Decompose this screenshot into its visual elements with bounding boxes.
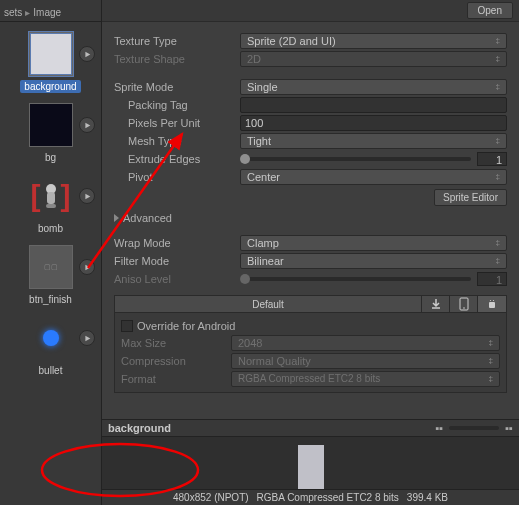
aniso-level-label: Aniso Level (114, 273, 240, 285)
filter-mode-dropdown[interactable]: Bilinear ‡ (240, 253, 507, 269)
open-button[interactable]: Open (467, 2, 513, 19)
svg-rect-4 (46, 204, 56, 208)
chevron-down-icon: ‡ (489, 338, 493, 347)
asset-thumbnail[interactable] (29, 103, 73, 147)
status-format: RGBA Compressed ETC2 8 bits (257, 492, 399, 503)
sprite-mode-label: Sprite Mode (114, 81, 240, 93)
asset-item-bullet[interactable]: bullet (0, 316, 101, 377)
chevron-down-icon: ‡ (496, 36, 500, 45)
pivot-dropdown[interactable]: Center ‡ (240, 169, 507, 185)
phone-icon (459, 297, 469, 311)
texture-type-dropdown[interactable]: Sprite (2D and UI) ‡ (240, 33, 507, 49)
preview-area (102, 437, 519, 489)
compression-dropdown: Normal Quality ‡ (231, 353, 500, 369)
platform-tabs: Default (114, 295, 507, 313)
platform-tab-standalone[interactable] (422, 296, 450, 312)
expand-asset-button[interactable] (79, 330, 95, 346)
mesh-type-label: Mesh Type (114, 135, 240, 147)
preview-header[interactable]: background ▪▪ ▪▪ (102, 419, 519, 437)
aniso-level-value: 1 (477, 272, 507, 286)
chevron-down-icon: ‡ (496, 172, 500, 181)
status-dimensions: 480x852 (NPOT) (173, 492, 249, 503)
texture-shape-label: Texture Shape (114, 53, 240, 65)
pixels-per-unit-input[interactable] (240, 115, 507, 131)
platform-tab-ios[interactable] (450, 296, 478, 312)
preview-image (298, 445, 324, 489)
override-checkbox[interactable] (121, 320, 133, 332)
format-label: Format (121, 373, 231, 385)
preview-options-icon[interactable]: ▪▪ (505, 422, 513, 434)
preview-menu-icon[interactable]: ▪▪ (435, 422, 443, 434)
extrude-edges-slider[interactable] (240, 157, 471, 161)
extrude-edges-label: Extrude Edges (114, 153, 240, 165)
asset-sidebar: sets ▸ Image background bg [ (0, 0, 102, 505)
inspector-top-bar: Open (102, 0, 519, 22)
format-dropdown: RGBA Compressed ETC2 8 bits ‡ (231, 371, 500, 387)
chevron-down-icon: ‡ (489, 356, 493, 365)
svg-rect-3 (47, 192, 55, 204)
bullet-icon (43, 330, 59, 346)
advanced-foldout[interactable]: Advanced (114, 212, 507, 224)
packing-tag-label: Packing Tag (114, 99, 240, 111)
slider-thumb (240, 274, 250, 284)
android-icon (486, 298, 498, 310)
svg-rect-10 (489, 302, 495, 308)
status-bar: 480x852 (NPOT) RGBA Compressed ETC2 8 bi… (102, 489, 519, 505)
wrap-mode-dropdown[interactable]: Clamp ‡ (240, 235, 507, 251)
asset-thumbnail[interactable]: ▢▢ (29, 245, 73, 289)
breadcrumb-separator-icon: ▸ (25, 7, 30, 18)
asset-label: bg (41, 151, 60, 164)
svg-point-11 (490, 300, 491, 301)
svg-marker-1 (85, 122, 90, 128)
breadcrumb[interactable]: sets ▸ Image (0, 4, 101, 22)
chevron-down-icon: ‡ (496, 238, 500, 247)
sprite-mode-dropdown[interactable]: Single ‡ (240, 79, 507, 95)
chevron-down-icon: ‡ (496, 54, 500, 63)
max-size-label: Max Size (121, 337, 231, 349)
asset-label: background (20, 80, 80, 93)
play-icon (84, 122, 91, 129)
texture-shape-dropdown: 2D ‡ (240, 51, 507, 67)
expand-asset-button[interactable] (79, 259, 95, 275)
mesh-type-dropdown[interactable]: Tight ‡ (240, 133, 507, 149)
svg-marker-7 (85, 335, 90, 341)
svg-marker-5 (85, 193, 90, 199)
max-size-dropdown: 2048 ‡ (231, 335, 500, 351)
extrude-edges-value[interactable]: 1 (477, 152, 507, 166)
asset-label: bomb (34, 222, 67, 235)
bomb-icon (41, 182, 61, 210)
breadcrumb-part: sets (4, 7, 22, 18)
pivot-label: Pivot (114, 171, 240, 183)
slider-thumb[interactable] (240, 154, 250, 164)
foldout-arrow-icon (114, 214, 119, 222)
play-icon (84, 51, 91, 58)
chevron-down-icon: ‡ (489, 374, 493, 383)
platform-tab-android[interactable] (478, 296, 506, 312)
expand-asset-button[interactable] (79, 188, 95, 204)
svg-point-12 (493, 300, 494, 301)
expand-asset-button[interactable] (79, 117, 95, 133)
asset-item-btn-finish[interactable]: ▢▢ btn_finish (0, 245, 101, 306)
override-label: Override for Android (137, 320, 235, 332)
asset-thumbnail[interactable]: [ ] (29, 174, 73, 218)
play-icon (84, 193, 91, 200)
preview-title: background (108, 422, 171, 434)
compression-label: Compression (121, 355, 231, 367)
asset-thumbnail[interactable] (29, 316, 73, 360)
status-size: 399.4 KB (407, 492, 448, 503)
chevron-down-icon: ‡ (496, 256, 500, 265)
expand-asset-button[interactable] (79, 46, 95, 62)
asset-item-bg[interactable]: bg (0, 103, 101, 164)
platform-tab-default[interactable]: Default (115, 296, 422, 312)
chevron-down-icon: ‡ (496, 136, 500, 145)
asset-thumbnail[interactable] (29, 32, 73, 76)
pixels-per-unit-label: Pixels Per Unit (114, 117, 240, 129)
asset-item-background[interactable]: background (0, 32, 101, 93)
packing-tag-input[interactable] (240, 97, 507, 113)
sprite-editor-button[interactable]: Sprite Editor (434, 189, 507, 206)
svg-marker-0 (85, 51, 90, 57)
preview-zoom-slider[interactable] (449, 426, 499, 430)
platform-override-box: Override for Android Max Size 2048 ‡ Com… (114, 313, 507, 393)
asset-item-bomb[interactable]: [ ] bomb (0, 174, 101, 235)
asset-label: btn_finish (25, 293, 76, 306)
